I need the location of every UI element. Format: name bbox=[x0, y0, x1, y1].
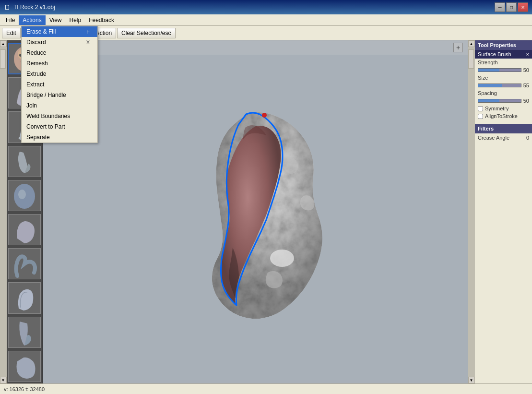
separate-label: Separate bbox=[26, 134, 50, 141]
erase-fill-label: Erase & Fill bbox=[26, 28, 56, 35]
menu-extrude[interactable]: Extrude bbox=[22, 69, 97, 79]
viewport-scrollbar[interactable]: ▲ ▼ bbox=[468, 40, 474, 383]
left-scrollbar[interactable]: ▲ ▼ bbox=[0, 40, 7, 383]
scroll-down-arrow[interactable]: ▼ bbox=[0, 377, 7, 383]
discard-label: Discard bbox=[26, 39, 46, 46]
menu-bridge-handle[interactable]: Bridge / Handle bbox=[22, 90, 97, 100]
align-to-stroke-label: AlignToStroke bbox=[485, 113, 518, 119]
weld-boundaries-label: Weld Boundaries bbox=[26, 113, 70, 119]
filters-header: Filters bbox=[475, 124, 532, 133]
menu-file[interactable]: File bbox=[2, 15, 19, 25]
menu-separate[interactable]: Separate bbox=[22, 132, 97, 143]
viewport-header: Select Faces + bbox=[43, 40, 468, 55]
size-value: 55 bbox=[523, 83, 529, 88]
rock-container bbox=[155, 100, 337, 349]
thumb-5[interactable] bbox=[8, 180, 41, 211]
thumb-8[interactable] bbox=[8, 282, 41, 313]
toolbar-clear-selection[interactable]: Clear Selection/esc bbox=[117, 28, 175, 38]
svg-point-5 bbox=[18, 190, 26, 199]
scroll-thumb[interactable] bbox=[0, 49, 6, 69]
thumb-7[interactable] bbox=[8, 248, 41, 279]
extract-label: Extract bbox=[26, 81, 44, 88]
menu-reduce[interactable]: Reduce bbox=[22, 48, 97, 58]
viewport: Select Faces + bbox=[43, 40, 468, 383]
menu-remesh[interactable]: Remesh bbox=[22, 58, 97, 69]
crease-angle-row: Crease Angle 0 bbox=[475, 133, 532, 142]
symmetry-label: Symmetry bbox=[485, 106, 509, 111]
viewport-plus-button[interactable]: + bbox=[453, 43, 463, 52]
tool-properties-header: Tool Properties bbox=[475, 40, 532, 50]
menu-view[interactable]: View bbox=[46, 15, 66, 25]
menu-convert-to-part[interactable]: Convert to Part bbox=[22, 121, 97, 132]
menu-actions[interactable]: Actions bbox=[19, 15, 45, 25]
maximize-button[interactable]: □ bbox=[506, 2, 517, 12]
titlebar: 🗋 TI Rock 2 v1.obj ─ □ ✕ bbox=[0, 0, 532, 14]
menubar: File Actions View Help Feedback bbox=[0, 14, 532, 26]
surface-brush-close[interactable]: × bbox=[526, 51, 529, 57]
viewport-scroll-thumb[interactable] bbox=[468, 49, 474, 69]
titlebar-controls: ─ □ ✕ bbox=[495, 2, 528, 12]
spacing-value: 50 bbox=[523, 98, 529, 104]
close-button[interactable]: ✕ bbox=[518, 2, 528, 12]
titlebar-left: 🗋 TI Rock 2 v1.obj bbox=[4, 3, 55, 11]
align-to-stroke-checkbox[interactable] bbox=[478, 114, 483, 119]
scroll-track[interactable] bbox=[0, 47, 7, 377]
size-bar-bg[interactable] bbox=[478, 84, 521, 87]
menu-feedback[interactable]: Feedback bbox=[85, 15, 118, 25]
crease-angle-label: Crease Angle bbox=[478, 135, 509, 141]
thumb-9[interactable] bbox=[8, 317, 41, 348]
viewport-scroll-down[interactable]: ▼ bbox=[468, 377, 475, 383]
thumb-4[interactable] bbox=[8, 146, 41, 177]
right-panel: Tool Properties Surface Brush × Strength… bbox=[474, 40, 532, 383]
join-label: Join bbox=[26, 102, 37, 109]
viewport-scroll-up[interactable]: ▲ bbox=[468, 40, 475, 47]
crease-angle-value: 0 bbox=[526, 135, 529, 141]
rock-svg bbox=[155, 100, 337, 349]
align-to-stroke-row: AlignToStroke bbox=[475, 112, 532, 120]
tool-properties-label: Tool Properties bbox=[478, 42, 516, 48]
erase-fill-shortcut: F bbox=[86, 29, 90, 35]
menu-weld-boundaries[interactable]: Weld Boundaries bbox=[22, 111, 97, 121]
discard-shortcut: X bbox=[86, 39, 90, 45]
menu-extract[interactable]: Extract bbox=[22, 79, 97, 90]
strength-bar-bg[interactable] bbox=[478, 68, 521, 72]
convert-to-part-label: Convert to Part bbox=[26, 123, 65, 130]
menu-join[interactable]: Join bbox=[22, 100, 97, 111]
spacing-bar-row: 50 bbox=[475, 97, 532, 105]
strength-label: Strength bbox=[478, 60, 498, 65]
surface-brush-header: Surface Brush × bbox=[475, 50, 532, 59]
viewport-scroll-track[interactable] bbox=[468, 47, 475, 377]
strength-bar-row: 50 bbox=[475, 66, 532, 74]
strength-row: Strength bbox=[475, 59, 532, 66]
menu-help[interactable]: Help bbox=[66, 15, 85, 25]
bridge-handle-label: Bridge / Handle bbox=[26, 92, 66, 98]
reduce-label: Reduce bbox=[26, 49, 46, 56]
size-label: Size bbox=[478, 75, 488, 81]
statusbar-text: v: 16326 t: 32480 bbox=[4, 386, 45, 392]
extrude-label: Extrude bbox=[26, 71, 46, 77]
spacing-label: Spacing bbox=[478, 90, 497, 96]
strength-value: 50 bbox=[523, 67, 529, 73]
strength-bar-fill bbox=[478, 69, 499, 72]
titlebar-title: TI Rock 2 v1.obj bbox=[13, 4, 55, 11]
filters-label: Filters bbox=[478, 126, 494, 131]
spacing-row: Spacing bbox=[475, 89, 532, 97]
minimize-button[interactable]: ─ bbox=[495, 2, 505, 12]
symmetry-checkbox[interactable] bbox=[478, 106, 483, 111]
scroll-up-arrow[interactable]: ▲ bbox=[0, 40, 7, 47]
toolbar-edit[interactable]: Edit bbox=[2, 28, 21, 38]
thumb-6[interactable] bbox=[8, 214, 41, 245]
red-dot bbox=[262, 113, 267, 118]
app-icon: 🗋 bbox=[4, 3, 11, 11]
size-bar-fill bbox=[478, 84, 502, 87]
remesh-label: Remesh bbox=[26, 60, 48, 67]
size-bar-row: 55 bbox=[475, 82, 532, 89]
menu-discard[interactable]: Discard X bbox=[22, 37, 97, 48]
actions-dropdown-menu: Erase & Fill F Discard X Reduce Remesh E… bbox=[21, 26, 98, 143]
size-row: Size bbox=[475, 74, 532, 82]
symmetry-row: Symmetry bbox=[475, 105, 532, 112]
highlight-spot bbox=[270, 250, 294, 267]
menu-erase-fill[interactable]: Erase & Fill F bbox=[22, 26, 97, 37]
thumb-10[interactable] bbox=[8, 351, 41, 382]
spacing-bar-bg[interactable] bbox=[478, 99, 521, 103]
